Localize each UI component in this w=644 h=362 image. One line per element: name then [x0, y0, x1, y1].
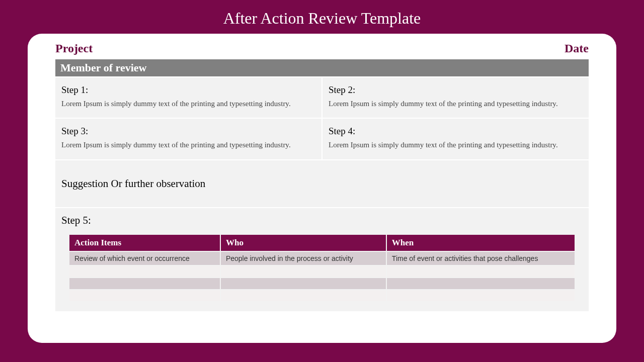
- content-card: Project Date Member of review Step 1: Lo…: [28, 34, 616, 343]
- cell: [221, 266, 386, 277]
- step-title: Step 2:: [329, 84, 583, 96]
- member-of-review-bar: Member of review: [55, 59, 589, 76]
- cell: [221, 290, 386, 301]
- slide-title: After Action Review Template: [0, 0, 644, 34]
- step-title: Step 4:: [329, 126, 583, 137]
- cell: Review of which event or occurrence: [69, 252, 220, 265]
- col-who: Who: [221, 235, 386, 251]
- step-4: Step 4: Lorem Ipsum is simply dummy text…: [323, 119, 589, 159]
- step-title: Step 1:: [61, 84, 315, 96]
- project-label: Project: [55, 42, 93, 55]
- cell: [387, 266, 575, 277]
- cell: [387, 278, 575, 289]
- step-3: Step 3: Lorem Ipsum is simply dummy text…: [55, 119, 321, 159]
- cell: [69, 266, 220, 277]
- col-when: When: [387, 235, 575, 251]
- table-row: Review of which event or occurrence Peop…: [69, 252, 575, 265]
- step-title: Step 3:: [61, 126, 315, 137]
- step-5-section: Step 5: Action Items Who When Review of …: [55, 208, 589, 311]
- table-header-row: Action Items Who When: [69, 235, 575, 251]
- table-row: [69, 266, 575, 277]
- step-2: Step 2: Lorem Ipsum is simply dummy text…: [323, 77, 589, 118]
- col-action-items: Action Items: [69, 235, 220, 251]
- step-body: Lorem Ipsum is simply dummy text of the …: [61, 99, 315, 109]
- header-row: Project Date: [55, 40, 589, 59]
- cell: [69, 278, 220, 289]
- table-row: [69, 290, 575, 301]
- suggestion-section: Suggestion Or further observation: [55, 160, 589, 207]
- action-items-table: Action Items Who When Review of which ev…: [68, 234, 576, 302]
- step-body: Lorem Ipsum is simply dummy text of the …: [329, 140, 583, 150]
- step-body: Lorem Ipsum is simply dummy text of the …: [329, 99, 583, 109]
- step-1: Step 1: Lorem Ipsum is simply dummy text…: [55, 77, 321, 118]
- step-body: Lorem Ipsum is simply dummy text of the …: [61, 140, 315, 150]
- cell: Time of event or activities that pose ch…: [387, 252, 575, 265]
- cell: People involved in the process or activi…: [221, 252, 386, 265]
- cell: [221, 278, 386, 289]
- date-label: Date: [565, 42, 589, 55]
- steps-grid: Step 1: Lorem Ipsum is simply dummy text…: [55, 77, 589, 159]
- table-row: [69, 278, 575, 289]
- cell: [387, 290, 575, 301]
- step-5-title: Step 5:: [61, 214, 583, 227]
- cell: [69, 290, 220, 301]
